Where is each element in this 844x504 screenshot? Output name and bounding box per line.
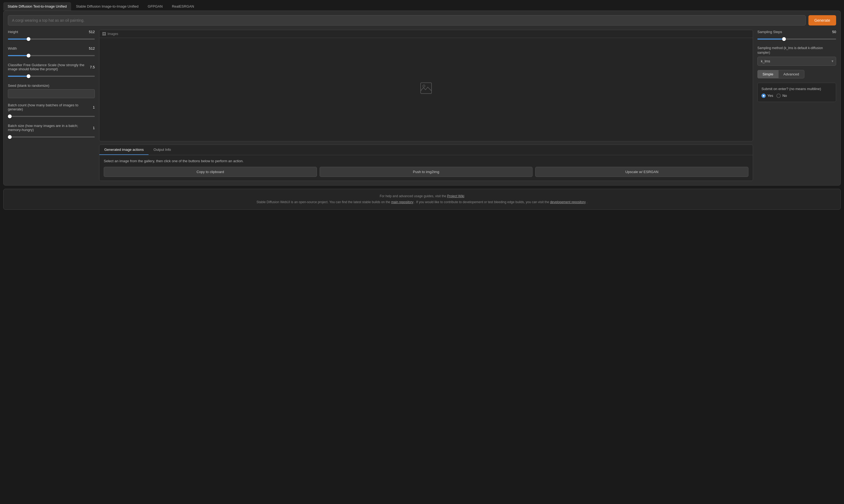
batch-count-value: 1 xyxy=(93,105,95,109)
tabs-bar: Stable Diffusion Text-to-Image Unified S… xyxy=(0,0,844,11)
tab-realesrgan[interactable]: RealESRGAN xyxy=(168,2,199,11)
height-slider[interactable] xyxy=(8,38,95,40)
svg-point-1 xyxy=(423,85,425,87)
cfg-scale-label: Classifier Free Guidance Scale (how stro… xyxy=(8,63,90,71)
main-container: Generate Height 512 Width 512 xyxy=(3,11,841,185)
height-param: Height 512 xyxy=(8,30,95,41)
sampling-method-label: Sampling method (k_lms is default k-diff… xyxy=(757,46,836,55)
cfg-slider-wrapper xyxy=(8,74,95,79)
cfg-scale-param: Classifier Free Guidance Scale (how stro… xyxy=(8,63,95,79)
footer-end-text: . xyxy=(587,200,587,204)
width-label: Width xyxy=(8,47,17,51)
options-box: Submit on enter? (no means multiline) Ye… xyxy=(757,83,836,102)
height-slider-wrapper xyxy=(8,37,95,41)
action-tab-generated[interactable]: Generated image actions xyxy=(99,145,149,155)
batch-size-label: Batch size (how many images are in a bat… xyxy=(8,124,93,132)
footer-help-line: For help and advanced usage guides, visi… xyxy=(8,193,836,199)
height-value: 512 xyxy=(89,30,95,34)
image-panel-header: 🖼 Images xyxy=(99,30,753,38)
action-tab-output-info[interactable]: Output Info xyxy=(149,145,176,155)
copy-to-clipboard-button[interactable]: Copy to clipboard xyxy=(104,167,317,177)
images-tab-label: Images xyxy=(107,32,118,36)
sampling-steps-slider[interactable] xyxy=(757,38,836,40)
image-placeholder-icon xyxy=(419,82,433,98)
sampling-method-select-wrapper: k_lms k_euler k_euler_a ddim ▾ xyxy=(757,57,836,66)
radio-yes[interactable]: Yes xyxy=(761,94,773,98)
submit-question-label: Submit on enter? (no means multiline) xyxy=(761,87,832,91)
upscale-esrgan-button[interactable]: Upscale w/ ESRGAN xyxy=(535,167,748,177)
action-buttons: Copy to clipboard Push to img2img Upscal… xyxy=(104,167,748,177)
radio-no-label: No xyxy=(782,94,787,98)
left-panel: Height 512 Width 512 C xyxy=(8,30,95,181)
prompt-row: Generate xyxy=(8,15,836,25)
width-slider[interactable] xyxy=(8,55,95,56)
action-area: Generated image actions Output Info Sele… xyxy=(99,145,753,181)
mode-tab-simple[interactable]: Simple xyxy=(757,70,778,78)
batch-size-param: Batch size (how many images are in a bat… xyxy=(8,124,95,140)
image-icon: 🖼 xyxy=(102,32,106,36)
batch-count-slider[interactable] xyxy=(8,116,95,117)
cfg-scale-value: 7.5 xyxy=(90,65,95,69)
prompt-input[interactable] xyxy=(8,15,806,25)
radio-group: Yes No xyxy=(761,94,832,98)
height-label: Height xyxy=(8,30,18,34)
radio-yes-label: Yes xyxy=(768,94,773,98)
batch-count-label: Batch count (how many batches of images … xyxy=(8,103,93,111)
sampling-steps-slider-wrapper xyxy=(757,37,836,41)
tab-gfpgan[interactable]: GFPGAN xyxy=(143,2,167,11)
seed-input[interactable] xyxy=(8,89,95,98)
radio-no-circle xyxy=(776,94,781,98)
width-slider-wrapper xyxy=(8,53,95,58)
batch-size-slider[interactable] xyxy=(8,137,95,138)
sampling-steps-label: Sampling Steps xyxy=(757,30,782,34)
mode-tabs: Simple Advanced xyxy=(757,70,836,78)
width-param: Width 512 xyxy=(8,47,95,58)
cfg-scale-slider[interactable] xyxy=(8,76,95,77)
footer: For help and advanced usage guides, visi… xyxy=(3,189,841,210)
seed-label: Seed (blank to randomize) xyxy=(8,84,49,88)
action-tabs: Generated image actions Output Info xyxy=(99,145,753,155)
right-panel: Sampling Steps 50 Sampling method (k_lms… xyxy=(757,30,836,181)
sampling-method-group: Sampling method (k_lms is default k-diff… xyxy=(757,46,836,66)
sampling-method-select[interactable]: k_lms k_euler k_euler_a ddim xyxy=(757,57,836,66)
footer-main-link[interactable]: main repository xyxy=(391,200,413,204)
batch-size-value: 1 xyxy=(93,126,95,130)
push-to-img2img-button[interactable]: Push to img2img xyxy=(320,167,533,177)
batch-size-slider-wrapper xyxy=(8,134,95,140)
footer-help-text: For help and advanced usage guides, visi… xyxy=(380,194,446,198)
tab-txt2img[interactable]: Stable Diffusion Text-to-Image Unified xyxy=(3,2,71,11)
footer-dev-link[interactable]: developement repository xyxy=(550,200,585,204)
footer-main-line: Stable Diffusion WebUI is an open-source… xyxy=(8,199,836,205)
footer-main-text: Stable Diffusion WebUI is an open-source… xyxy=(256,200,390,204)
footer-wiki-link[interactable]: Project Wiki xyxy=(447,194,464,198)
radio-no[interactable]: No xyxy=(776,94,787,98)
radio-yes-circle xyxy=(761,94,766,98)
action-content: Select an image from the gallery, then c… xyxy=(99,155,753,181)
image-area xyxy=(99,38,753,141)
seed-param: Seed (blank to randomize) xyxy=(8,84,95,98)
sampling-steps-param: Sampling Steps 50 xyxy=(757,30,836,41)
svg-rect-0 xyxy=(421,83,431,94)
tab-img2img[interactable]: Stable Diffusion Image-to-Image Unified xyxy=(72,2,143,11)
width-value: 512 xyxy=(89,47,95,51)
action-description: Select an image from the gallery, then c… xyxy=(104,159,748,163)
generate-button[interactable]: Generate xyxy=(808,15,836,25)
sampling-steps-value: 50 xyxy=(832,30,836,34)
image-panel: 🖼 Images xyxy=(99,30,753,141)
content-area: Height 512 Width 512 C xyxy=(8,30,836,181)
batch-count-slider-wrapper xyxy=(8,114,95,119)
mode-tab-advanced[interactable]: Advanced xyxy=(778,70,804,78)
batch-count-param: Batch count (how many batches of images … xyxy=(8,103,95,119)
footer-contrib-text: . If you would like to contribute to dev… xyxy=(414,200,549,204)
center-panel: 🖼 Images Generated image act xyxy=(99,30,753,181)
